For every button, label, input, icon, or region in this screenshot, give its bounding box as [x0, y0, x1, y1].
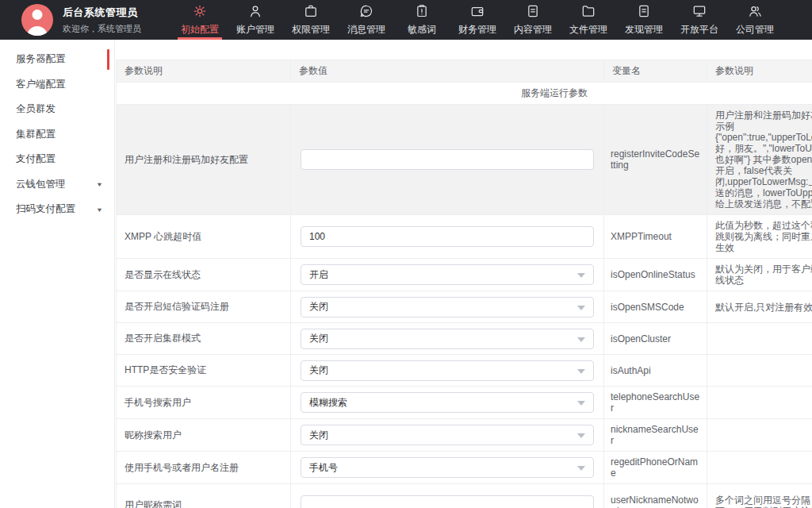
register-type-select[interactable]: 手机号: [301, 457, 594, 478]
param-value-cell: [291, 484, 604, 508]
param-label: 用户注册和注册码加好友配置: [117, 105, 291, 215]
nav-item-file-mgmt[interactable]: 文件管理: [561, 0, 616, 40]
param-label: 用户昵称需词: [117, 484, 291, 508]
param-description: [707, 452, 812, 484]
config-table: 参数说明 参数值 变量名 参数说明 服务端运行参数 用户注册和注册码加好友配置r…: [116, 60, 812, 508]
table-row-phone-search: 手机号搜索用户模糊搜索telephoneSearchUser: [117, 387, 812, 419]
message-icon: [358, 3, 374, 19]
sms-code-select[interactable]: 关闭: [301, 297, 594, 318]
variable-name: XMPPTimeout: [604, 215, 707, 259]
user-meta: 后台系统管理员 欢迎你，系统管理员: [63, 6, 151, 35]
chevron-down-icon: ▼: [96, 181, 103, 188]
http-auth-select[interactable]: 关闭: [301, 360, 594, 381]
wallet-icon: [469, 3, 485, 19]
welcome-text: 欢迎你，系统管理员: [63, 23, 151, 35]
param-description: [707, 419, 812, 452]
param-description: [707, 323, 812, 355]
column-header-param-desc: 参数说明: [117, 60, 291, 83]
cluster-mode-select[interactable]: 关闭: [301, 329, 594, 349]
param-description: 默认开启,只对注册有效: [707, 291, 812, 323]
sidebar-item-label: 客户端配置: [16, 78, 66, 91]
nav-item-permission-mgmt[interactable]: 权限管理: [283, 0, 339, 40]
param-description: [707, 387, 812, 419]
xmpp-timeout-input[interactable]: [301, 226, 594, 247]
user-icon: [247, 3, 263, 19]
variable-name: telephoneSearchUser: [604, 387, 707, 419]
param-value-cell: [291, 215, 604, 259]
register-invite-code-input[interactable]: [301, 149, 594, 170]
top-nav: 初始配置账户管理权限管理消息管理敏感词财务管理内容管理文件管理发现管理开放平台公…: [172, 0, 783, 40]
table-row-cluster-mode: 是否开启集群模式关闭isOpenCluster: [117, 323, 812, 355]
document-icon: [636, 3, 652, 19]
param-value-cell: 关闭: [291, 355, 604, 387]
variable-name: isOpenSMSCode: [604, 291, 707, 323]
table-row-online-status: 是否显示在线状态开启isOpenOnlineStatus默认为关闭，用于客户端是…: [117, 259, 812, 291]
nav-item-label: 文件管理: [569, 23, 607, 37]
nav-item-label: 敏感词: [408, 23, 436, 37]
group-icon: [747, 3, 763, 19]
nav-item-initial-config[interactable]: 初始配置: [172, 0, 228, 40]
param-value-cell: 关闭: [291, 291, 604, 323]
nav-item-label: 开放平台: [680, 23, 718, 37]
param-value-cell: 模糊搜索: [291, 387, 604, 419]
sidebar-item-qrcode-payment-config[interactable]: 扫码支付配置▼: [0, 197, 114, 222]
variable-name: isOpenOnlineStatus: [604, 259, 707, 291]
param-label: 是否开启短信验证码注册: [117, 291, 291, 323]
briefcase-icon: [303, 3, 319, 19]
nav-item-message-mgmt[interactable]: 消息管理: [339, 0, 394, 40]
sidebar-item-payment-config[interactable]: 支付配置: [0, 147, 114, 172]
param-label: HTTP是否安全验证: [117, 355, 291, 387]
avatar[interactable]: [21, 4, 53, 36]
table-header-row: 参数说明 参数值 变量名 参数说明: [117, 60, 812, 83]
table-row-sms-code: 是否开启短信验证码注册关闭isOpenSMSCode默认开启,只对注册有效: [117, 291, 812, 323]
param-label: 手机号搜索用户: [117, 387, 291, 419]
nickname-notword-input[interactable]: [301, 495, 594, 508]
variable-name: registerInviteCodeSetting: [604, 105, 707, 215]
nav-item-label: 权限管理: [292, 23, 330, 37]
nav-item-open-platform[interactable]: 开放平台: [672, 0, 727, 40]
sidebar-item-broadcast-all[interactable]: 全员群发: [0, 97, 114, 122]
nav-item-label: 账户管理: [236, 23, 274, 37]
variable-name: userNicknameNotword: [604, 484, 707, 508]
table-row-xmpp-timeout: XMPP 心跳超时值XMPPTimeout此值为秒数，超过这个秒数未 跳则视为离…: [117, 215, 812, 259]
param-label: 是否开启集群模式: [117, 323, 291, 355]
sidebar-item-client-config[interactable]: 客户端配置: [0, 72, 114, 98]
sidebar-item-server-config[interactable]: 服务器配置: [0, 47, 114, 72]
variable-name: regeditPhoneOrName: [604, 452, 707, 484]
sidebar-item-label: 云钱包管理: [16, 178, 66, 191]
param-label: 使用手机号或者用户名注册: [117, 452, 291, 484]
param-label: XMPP 心跳超时值: [117, 215, 291, 259]
param-description: 默认为关闭，用于客户端是否 线状态: [707, 259, 812, 291]
nav-item-label: 发现管理: [625, 23, 663, 37]
param-value-cell: 开启: [291, 259, 604, 291]
sidebar-item-label: 服务器配置: [16, 52, 66, 66]
nav-item-account-mgmt[interactable]: 账户管理: [228, 0, 283, 40]
table-row-register-type: 使用手机号或者用户名注册手机号regeditPhoneOrName: [117, 452, 812, 484]
clipboard-icon: [414, 3, 430, 19]
nav-item-content-mgmt[interactable]: 内容管理: [505, 0, 561, 40]
nav-item-discover-mgmt[interactable]: 发现管理: [616, 0, 672, 40]
nav-item-company-mgmt[interactable]: 公司管理: [727, 0, 783, 40]
variable-name: nicknameSearchUser: [604, 419, 707, 452]
nav-item-sensitive-words[interactable]: 敏感词: [394, 0, 450, 40]
online-status-select[interactable]: 开启: [301, 264, 594, 285]
chevron-down-icon: ▼: [96, 206, 103, 214]
table-row-register-invite-code: 用户注册和注册码加好友配置registerInviteCodeSetting用户…: [117, 105, 812, 215]
nav-item-finance-mgmt[interactable]: 财务管理: [450, 0, 505, 40]
document-icon: [525, 3, 541, 19]
sidebar-item-label: 全员群发: [16, 102, 56, 116]
param-description: [707, 355, 812, 387]
sidebar: 服务器配置客户端配置全员群发集群配置支付配置云钱包管理▼扫码支付配置▼: [0, 40, 115, 508]
nickname-search-select[interactable]: 关闭: [301, 425, 594, 445]
sidebar-item-cloud-wallet-mgmt[interactable]: 云钱包管理▼: [0, 172, 114, 198]
table-row-nickname-notword: 用户昵称需词userNicknameNotword多个词之间用逗号分隔（全半 可…: [117, 484, 812, 508]
variable-name: isAuthApi: [604, 355, 707, 387]
phone-search-select[interactable]: 模糊搜索: [301, 392, 594, 413]
top-bar: 后台系统管理员 欢迎你，系统管理员 初始配置账户管理权限管理消息管理敏感词财务管…: [0, 0, 812, 40]
sidebar-item-cluster-config[interactable]: 集群配置: [0, 122, 114, 148]
monitor-icon: [691, 3, 707, 19]
folder-icon: [580, 3, 596, 19]
param-value-cell: [291, 105, 604, 215]
column-header-param-value: 参数值: [291, 60, 604, 83]
sidebar-item-label: 扫码支付配置: [16, 202, 75, 216]
